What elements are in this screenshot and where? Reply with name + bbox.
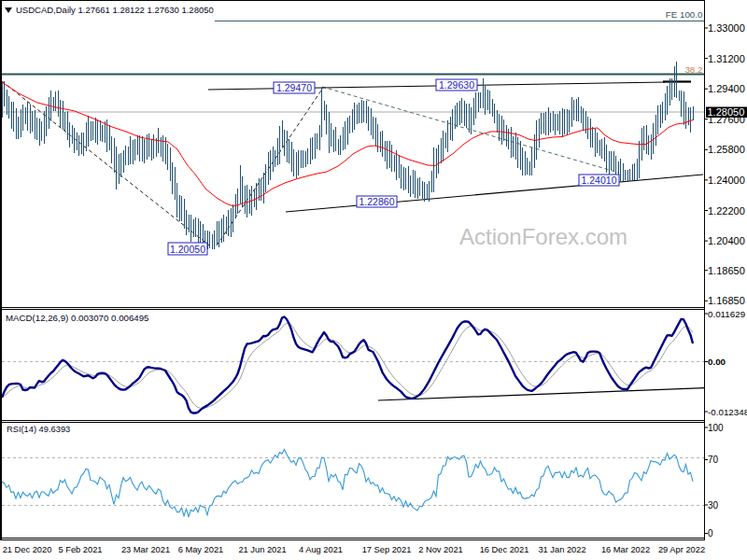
svg-text:1.31200: 1.31200 <box>708 53 745 64</box>
svg-text:1.25800: 1.25800 <box>708 144 745 155</box>
svg-text:1.20050: 1.20050 <box>170 244 205 255</box>
svg-text:4 Aug 2021: 4 Aug 2021 <box>299 545 343 554</box>
svg-text:1.20400: 1.20400 <box>708 235 745 246</box>
svg-text:0: 0 <box>708 528 713 539</box>
svg-text:FE 100.0: FE 100.0 <box>666 9 703 20</box>
svg-text:70: 70 <box>708 455 719 465</box>
svg-text:30: 30 <box>708 500 719 511</box>
svg-text:-0.012348: -0.012348 <box>708 407 747 417</box>
svg-text:1.29400: 1.29400 <box>708 83 745 94</box>
svg-text:17 Sep 2021: 17 Sep 2021 <box>362 545 412 554</box>
svg-text:100: 100 <box>708 423 724 433</box>
svg-text:0.011629: 0.011629 <box>708 309 745 319</box>
svg-text:21 Jun 2021: 21 Jun 2021 <box>238 545 286 554</box>
svg-text:1.29470: 1.29470 <box>276 82 312 93</box>
svg-text:1.29630: 1.29630 <box>439 79 474 91</box>
svg-text:6 May 2021: 6 May 2021 <box>178 545 224 554</box>
svg-text:1.28050: 1.28050 <box>708 106 745 118</box>
svg-text:1.24010: 1.24010 <box>582 175 617 186</box>
svg-text:1.22200: 1.22200 <box>708 205 745 217</box>
svg-text:38.2: 38.2 <box>684 64 702 75</box>
svg-text:29 Apr 2022: 29 Apr 2022 <box>658 545 705 554</box>
svg-text:RSI(14) 49.6393: RSI(14) 49.6393 <box>7 425 70 434</box>
svg-text:USDCAD,Daily 1.27661 1.28122: USDCAD,Daily 1.27661 1.28122 1.27630 1.2… <box>16 5 214 15</box>
svg-text:1.16850: 1.16850 <box>708 295 745 306</box>
svg-text:16 Dec 2021: 16 Dec 2021 <box>480 545 529 554</box>
svg-text:1.18650: 1.18650 <box>708 265 745 276</box>
svg-text:0.00: 0.00 <box>708 357 726 367</box>
svg-text:ActionForex.com: ActionForex.com <box>459 224 627 249</box>
svg-text:16 Mar 2022: 16 Mar 2022 <box>601 545 650 554</box>
svg-text:1.22860: 1.22860 <box>359 196 395 207</box>
svg-text:MACD(12,26,9) 0.003070 0.00649: MACD(12,26,9) 0.003070 0.006495 <box>6 313 149 323</box>
svg-text:1.24000: 1.24000 <box>708 175 745 186</box>
svg-text:31 Jan 2022: 31 Jan 2022 <box>538 545 585 554</box>
svg-text:2 Nov 2021: 2 Nov 2021 <box>418 545 463 554</box>
svg-text:5 Feb 2021: 5 Feb 2021 <box>58 545 102 554</box>
svg-text:1.33000: 1.33000 <box>708 22 745 34</box>
svg-text:23 Mar 2021: 23 Mar 2021 <box>121 545 170 554</box>
svg-text:21 Dec 2020: 21 Dec 2020 <box>3 545 52 554</box>
